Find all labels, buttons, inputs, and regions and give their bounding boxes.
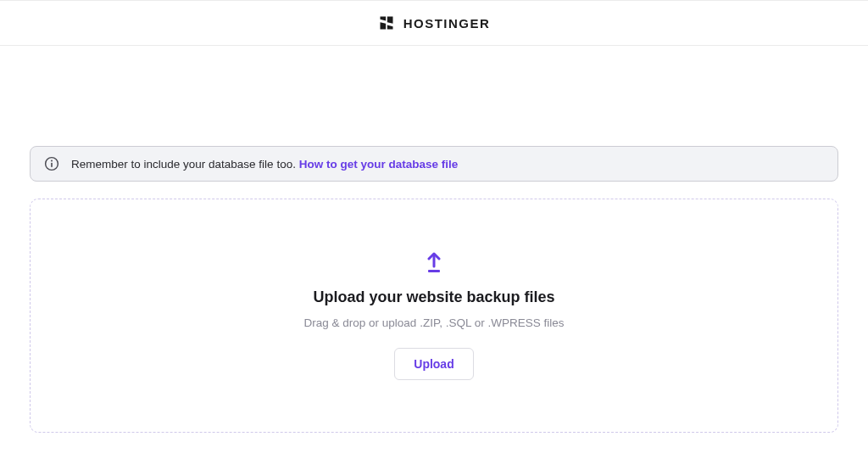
- database-help-link[interactable]: How to get your database file: [299, 158, 459, 171]
- app-header: HOSTINGER: [0, 0, 868, 46]
- brand-logo: HOSTINGER: [378, 14, 491, 31]
- svg-rect-3: [428, 270, 440, 272]
- upload-dropzone[interactable]: Upload your website backup files Drag & …: [30, 199, 838, 433]
- hostinger-logo-icon: [378, 14, 395, 31]
- info-banner: Remember to include your database file t…: [30, 146, 838, 182]
- dropzone-title: Upload your website backup files: [313, 288, 554, 306]
- svg-rect-2: [51, 163, 53, 167]
- brand-name: HOSTINGER: [403, 16, 491, 31]
- info-text: Remember to include your database file t…: [71, 158, 458, 171]
- upload-icon: [425, 251, 443, 273]
- info-icon: [44, 156, 59, 171]
- main-content: Remember to include your database file t…: [0, 146, 868, 433]
- upload-button[interactable]: Upload: [394, 348, 473, 380]
- dropzone-subtitle: Drag & drop or upload .ZIP, .SQL or .WPR…: [304, 316, 565, 329]
- svg-point-1: [51, 160, 53, 162]
- info-message: Remember to include your database file t…: [71, 158, 296, 171]
